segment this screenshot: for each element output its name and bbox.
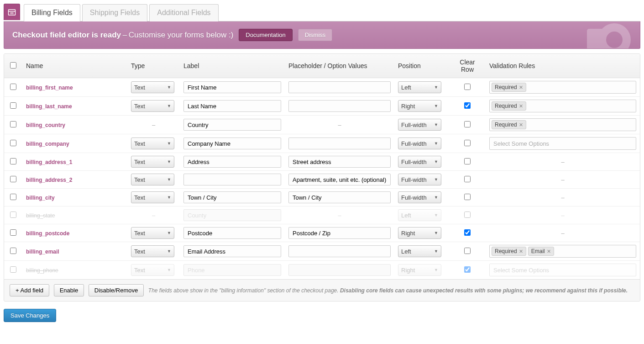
clear-row-checkbox[interactable]	[464, 102, 471, 109]
placeholder-input[interactable]	[288, 245, 391, 257]
tab-billing-fields[interactable]: Billing Fields	[24, 4, 80, 21]
clear-row-checkbox[interactable]	[464, 248, 471, 254]
label-input[interactable]	[183, 81, 281, 93]
clear-row-checkbox[interactable]	[464, 121, 471, 127]
field-name[interactable]: billing_phone	[26, 267, 58, 274]
position-select[interactable]: Right▼	[398, 264, 441, 276]
clear-row-checkbox[interactable]	[464, 84, 471, 90]
dismiss-button[interactable]: Dismiss	[298, 29, 333, 41]
clear-row-checkbox[interactable]	[464, 194, 471, 200]
validation-rules-input[interactable]: Required✕	[489, 118, 636, 131]
clear-row-checkbox[interactable]	[464, 266, 471, 273]
label-input[interactable]	[183, 119, 281, 131]
documentation-button[interactable]: Documentation	[239, 29, 292, 41]
validation-tag-label: Required	[495, 122, 517, 128]
row-checkbox[interactable]	[10, 194, 16, 200]
row-checkbox[interactable]	[10, 266, 16, 273]
placeholder-input[interactable]	[288, 227, 391, 239]
field-name[interactable]: billing_first_name	[26, 85, 73, 91]
row-checkbox[interactable]	[10, 140, 16, 146]
type-select[interactable]: Text▼	[131, 156, 174, 168]
position-select[interactable]: Full-width▼	[398, 156, 441, 168]
column-header-validation: Validation Rules	[486, 54, 640, 78]
position-select[interactable]: Full-width▼	[398, 191, 441, 203]
close-icon[interactable]: ✕	[519, 122, 523, 128]
position-select[interactable]: Full-width▼	[398, 138, 441, 149]
clear-row-checkbox[interactable]	[464, 158, 471, 164]
clear-row-checkbox[interactable]	[464, 229, 471, 236]
placeholder-input[interactable]	[288, 100, 391, 112]
row-checkbox[interactable]	[10, 102, 16, 109]
type-select[interactable]: Text▼	[131, 191, 174, 203]
clear-row-checkbox[interactable]	[464, 176, 471, 182]
disable-remove-button[interactable]: Disable/Remove	[89, 284, 144, 296]
type-select-value: Text	[134, 267, 145, 274]
position-select[interactable]: Left▼	[398, 209, 441, 221]
type-select[interactable]: Text▼	[131, 100, 174, 112]
row-checkbox[interactable]	[10, 229, 16, 236]
field-name[interactable]: billing_city	[26, 195, 55, 201]
add-field-button[interactable]: + Add field	[10, 284, 49, 296]
field-name[interactable]: billing_email	[26, 249, 59, 255]
close-icon[interactable]: ✕	[519, 103, 523, 109]
validation-rules-input[interactable]: Required✕	[489, 81, 636, 94]
close-icon[interactable]: ✕	[519, 85, 523, 90]
field-name[interactable]: billing_company	[26, 141, 69, 147]
row-checkbox[interactable]	[10, 248, 16, 254]
placeholder-input[interactable]	[288, 264, 391, 276]
row-checkbox[interactable]	[10, 84, 16, 90]
select-all-checkbox[interactable]	[10, 62, 16, 69]
field-name[interactable]: billing_postcode	[26, 230, 69, 237]
position-select[interactable]: Left▼	[398, 245, 441, 257]
placeholder-input[interactable]	[288, 138, 391, 149]
type-select[interactable]: Text▼	[131, 81, 174, 93]
banner-separator: –	[123, 31, 127, 39]
close-icon[interactable]: ✕	[519, 249, 523, 254]
field-name[interactable]: billing_state	[26, 212, 55, 219]
label-input[interactable]	[183, 156, 281, 168]
position-select[interactable]: Full-width▼	[398, 119, 441, 131]
placeholder-input[interactable]	[288, 174, 391, 185]
field-name[interactable]: billing_last_name	[26, 103, 72, 110]
label-input[interactable]	[183, 191, 281, 203]
placeholder-input[interactable]	[288, 81, 391, 93]
position-select[interactable]: Right▼	[398, 100, 441, 112]
label-input[interactable]	[183, 245, 281, 257]
validation-rules-input[interactable]: Select Some Options	[489, 137, 636, 150]
field-name[interactable]: billing_address_2	[26, 177, 72, 183]
row-checkbox[interactable]	[10, 176, 16, 182]
clear-row-checkbox[interactable]	[464, 140, 471, 146]
validation-rules-input[interactable]: Required✕	[489, 100, 636, 112]
position-select[interactable]: Full-width▼	[398, 174, 441, 185]
tab-shipping-fields[interactable]: Shipping Fields	[82, 4, 147, 21]
label-input[interactable]	[183, 100, 281, 112]
position-select[interactable]: Right▼	[398, 227, 441, 239]
type-select[interactable]: Text▼	[131, 227, 174, 239]
field-name[interactable]: billing_country	[26, 122, 65, 128]
type-select[interactable]: Text▼	[131, 264, 174, 276]
validation-rules-input[interactable]: Required✕Email✕	[489, 245, 636, 258]
placeholder-input[interactable]	[288, 191, 391, 203]
position-select[interactable]: Left▼	[398, 81, 441, 93]
placeholder-input[interactable]	[288, 156, 391, 168]
type-select[interactable]: Text▼	[131, 174, 174, 185]
clear-row-checkbox[interactable]	[464, 212, 471, 218]
label-input[interactable]	[183, 209, 281, 221]
enable-button[interactable]: Enable	[54, 284, 84, 296]
fields-table-wrap: Name Type Label Placeholder / Option Val…	[4, 53, 640, 302]
row-checkbox[interactable]	[10, 158, 16, 164]
validation-rules-input[interactable]: Select Some Options	[489, 264, 636, 276]
label-input[interactable]	[183, 227, 281, 239]
close-icon[interactable]: ✕	[547, 249, 551, 254]
row-checkbox[interactable]	[10, 212, 16, 218]
row-checkbox[interactable]	[10, 121, 16, 127]
type-select[interactable]: Text▼	[131, 245, 174, 257]
field-name[interactable]: billing_address_1	[26, 159, 72, 165]
type-select[interactable]: Text▼	[131, 138, 174, 149]
label-input[interactable]	[183, 174, 281, 185]
save-changes-button[interactable]: Save Changes	[4, 309, 56, 322]
chevron-down-icon: ▼	[167, 104, 171, 108]
tab-additional-fields[interactable]: Additional Fields	[149, 4, 218, 21]
label-input[interactable]	[183, 264, 281, 276]
label-input[interactable]	[183, 138, 281, 149]
